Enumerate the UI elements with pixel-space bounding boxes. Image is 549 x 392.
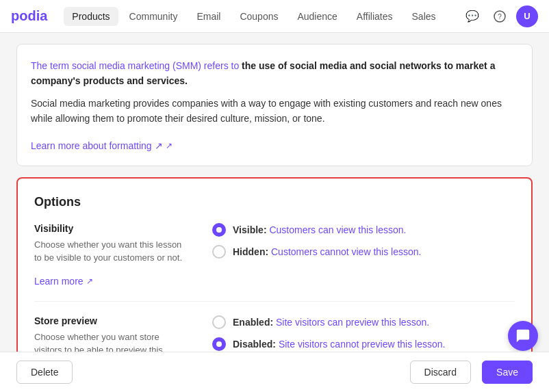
paragraph2: Social media marketing provides companie… [31, 96, 518, 127]
paragraph1: The term social media marketing (SMM) re… [31, 58, 518, 89]
main-content: The term social media marketing (SMM) re… [0, 44, 549, 392]
discard-button[interactable]: Discard [410, 361, 471, 384]
navbar-icons: 💬 ? U [461, 5, 538, 27]
store-preview-enabled-radio[interactable] [212, 315, 226, 329]
visibility-learn-more[interactable]: Learn more [34, 276, 93, 287]
help-icon[interactable]: ? [489, 5, 511, 27]
store-preview-disabled-radio[interactable] [212, 337, 226, 351]
visibility-hidden-radio[interactable] [212, 245, 226, 259]
visibility-visible-text: Visible: Customers can view this lesson. [233, 224, 406, 235]
visibility-section: Visibility Choose whether you want this … [34, 223, 515, 287]
learn-more-formatting-link[interactable]: Learn more about formatting ↗ [31, 140, 173, 151]
nav-sales[interactable]: Sales [404, 7, 444, 26]
nav-coupons[interactable]: Coupons [231, 7, 286, 26]
store-preview-enabled-option[interactable]: Enabled: Site visitors can preview this … [212, 315, 515, 329]
footer-right: Discard Save [410, 361, 533, 384]
store-preview-disabled-option[interactable]: Disabled: Site visitors cannot preview t… [212, 337, 515, 351]
nav-audience[interactable]: Audience [289, 7, 345, 26]
visibility-options: Visible: Customers can view this lesson.… [212, 223, 515, 287]
footer-bar: Delete Discard Save [0, 352, 549, 392]
paragraph1-start: The term social media marketing (SMM) re… [31, 60, 242, 71]
store-preview-enabled-text: Enabled: Site visitors can preview this … [233, 317, 429, 328]
nav-menu: Products Community Email Coupons Audienc… [64, 7, 461, 26]
visibility-label: Visibility [34, 223, 185, 234]
save-button[interactable]: Save [482, 361, 533, 384]
visibility-hidden-text: Hidden: Customers cannot view this lesso… [233, 246, 421, 257]
visibility-description: Choose whether you want this lesson to b… [34, 238, 185, 265]
text-content: The term social media marketing (SMM) re… [31, 58, 518, 127]
nav-community[interactable]: Community [121, 7, 186, 26]
visibility-visible-option[interactable]: Visible: Customers can view this lesson. [212, 223, 515, 237]
text-editor-card: The term social media marketing (SMM) re… [16, 44, 533, 166]
chat-icon[interactable]: 💬 [461, 5, 483, 27]
nav-email[interactable]: Email [188, 7, 229, 26]
visibility-left: Visibility Choose whether you want this … [34, 223, 185, 287]
logo[interactable]: podia [11, 8, 47, 24]
navbar: podia Products Community Email Coupons A… [0, 0, 549, 33]
visibility-hidden-option[interactable]: Hidden: Customers cannot view this lesso… [212, 245, 515, 259]
svg-text:?: ? [498, 13, 502, 21]
visibility-visible-radio[interactable] [212, 223, 226, 237]
store-preview-label: Store preview [34, 315, 185, 326]
avatar[interactable]: U [516, 5, 538, 27]
chat-bubble-button[interactable] [508, 321, 538, 351]
nav-affiliates[interactable]: Affiliates [348, 7, 401, 26]
delete-button[interactable]: Delete [16, 361, 73, 384]
store-preview-disabled-text: Disabled: Site visitors cannot preview t… [233, 339, 445, 350]
nav-products[interactable]: Products [64, 7, 118, 26]
divider [34, 301, 515, 302]
options-title: Options [34, 195, 515, 209]
